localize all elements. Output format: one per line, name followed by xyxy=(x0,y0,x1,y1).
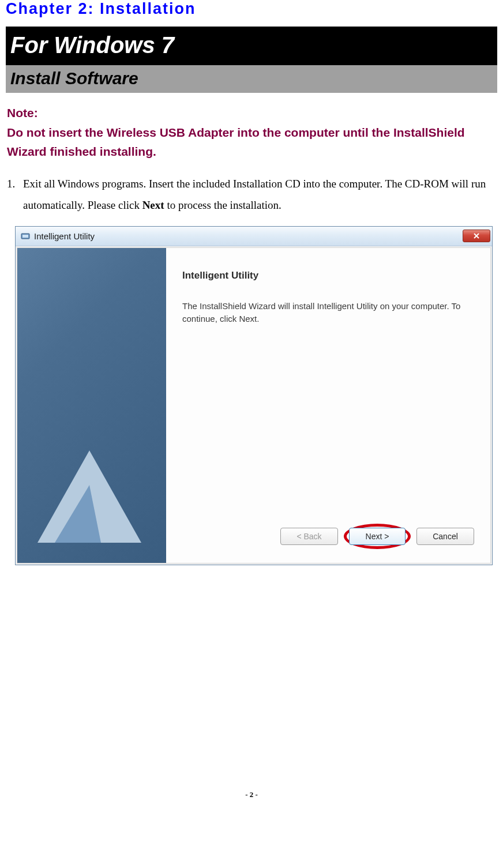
wizard-button-row: < Back Next > Cancel xyxy=(182,524,474,553)
section-heading-windows: For Windows 7 xyxy=(6,27,497,65)
note-text: Do not insert the Wireless USB Adapter i… xyxy=(7,123,496,161)
step-list: 1. Exit all Windows programs. Insert the… xyxy=(6,166,497,216)
back-button[interactable]: < Back xyxy=(280,528,338,545)
step-text-bold: Next xyxy=(142,199,164,211)
page-number: - 2 - xyxy=(6,790,497,805)
chapter-title: Chapter 2: Installation xyxy=(6,0,497,27)
app-icon xyxy=(20,231,31,241)
dialog-titlebar: Intelligent Utility xyxy=(16,227,492,246)
installer-dialog: Intelligent Utility Intelligent Utility … xyxy=(15,226,493,565)
dialog-body: Intelligent Utility The InstallShield Wi… xyxy=(17,247,491,563)
note-block: Note: Do not insert the Wireless USB Ada… xyxy=(6,93,497,166)
step-text: Exit all Windows programs. Insert the in… xyxy=(23,173,496,216)
note-label: Note: xyxy=(7,103,496,123)
step-text-after: to process the installation. xyxy=(164,199,281,211)
cancel-button[interactable]: Cancel xyxy=(416,528,474,545)
section-heading-install: Install Software xyxy=(6,65,497,93)
wizard-side-panel xyxy=(17,248,166,563)
next-button[interactable]: Next > xyxy=(349,528,406,545)
installshield-logo-icon xyxy=(37,450,141,543)
wizard-content-panel: Intelligent Utility The InstallShield Wi… xyxy=(166,248,490,563)
dialog-title-label: Intelligent Utility xyxy=(34,231,463,241)
close-button[interactable] xyxy=(463,230,490,242)
highlight-ellipse: Next > xyxy=(344,524,411,549)
close-icon xyxy=(473,233,480,239)
step-number: 1. xyxy=(7,173,23,216)
wizard-body-text: The InstallShield Wizard will install In… xyxy=(182,300,474,325)
step-item: 1. Exit all Windows programs. Insert the… xyxy=(7,173,496,216)
wizard-heading: Intelligent Utility xyxy=(182,270,474,281)
svg-rect-1 xyxy=(22,235,28,238)
